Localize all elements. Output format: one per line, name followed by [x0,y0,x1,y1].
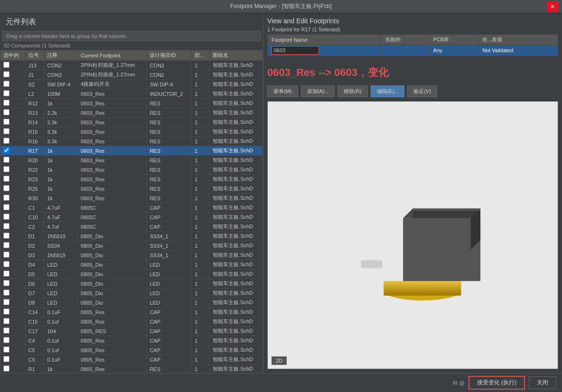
table-row[interactable]: C90.1uF0805_ResCAP1智能车主板.SchD [0,355,263,364]
row-checkbox[interactable] [3,242,9,248]
validate-button[interactable]: 验证(V) [407,85,437,97]
table-row[interactable]: D8LED0805_DioLED1智能车主板.SchD [0,298,263,308]
table-row[interactable]: C24.7uf0805CCAP1智能车主板.SchD [0,222,263,232]
row-checkbox[interactable] [3,100,9,106]
component-count: 92 Components (1 Selected) [0,41,263,50]
title-bar: Footprint Manager - [智能车主板.PrjPcb] ✕ [0,0,562,13]
col-sheet[interactable]: 图纸名 [210,50,263,61]
action-buttons: 菜单(M) 添加(A)... 移除(R) 编辑(E)... 验证(V) [267,85,558,97]
fp-current-cell [381,45,429,56]
add-button[interactable]: 添加(A)... [301,85,335,97]
table-row[interactable]: S2SW DIP-44路拨码开关SW DIP-41智能车主板.SchD [0,80,263,89]
row-checkbox[interactable] [3,327,9,334]
row-checkbox[interactable] [3,138,9,144]
component-table-container[interactable]: 选中的 位号 注释 Current Footprint 设计项目ID 部... … [0,50,263,373]
left-panel: 元件列表 Drag a column header here to group … [0,13,263,373]
table-row[interactable]: C171040805_RESCAP1智能车主板.SchD [0,327,263,336]
row-checkbox[interactable] [3,365,9,372]
preview-svg [268,102,558,369]
table-row[interactable]: R143.3k0603_ResRES1智能车主板.SchD [0,118,263,127]
table-row[interactable]: J13CON22PIN杜邦插座_1.27mmCON21智能车主板.SchD [0,61,263,70]
table-row[interactable]: C150.1uf0805_ResCAP1智能车主板.SchD [0,317,263,327]
table-row[interactable]: R251k0603_ResRES1智能车主板.SchD [0,184,263,194]
col-ref[interactable]: 位号 [25,50,44,61]
table-row[interactable]: C40.1uf0805_ResCAP1智能车主板.SchD [0,336,263,345]
table-row[interactable]: D7LED0805_DioLED1智能车主板.SchD [0,289,263,298]
row-checkbox[interactable] [3,299,9,305]
right-panel: View and Edit Footprints 1 Footprint for… [263,13,562,373]
row-checkbox[interactable] [3,252,9,258]
row-checkbox[interactable] [3,261,9,267]
row-checkbox[interactable] [3,346,9,353]
row-checkbox[interactable] [3,119,9,125]
row-checkbox[interactable] [3,62,9,68]
table-row[interactable]: R132.2k0603_ResRES1智能车主板.SchD [0,108,263,118]
table-row[interactable]: R301k0603_ResRES1智能车主板.SchD [0,194,263,203]
table-row[interactable]: R153.3k0603_ResRES1智能车主板.SchD [0,127,263,137]
row-checkbox[interactable] [3,271,9,277]
row-checkbox[interactable] [3,176,9,182]
preview-2d-button[interactable]: 2D [272,356,287,365]
menu-button[interactable]: 菜单(M) [267,85,298,97]
row-checkbox[interactable] [3,356,9,362]
row-checkbox[interactable] [3,223,9,229]
table-row[interactable]: C50.1uf0805_ResCAP1智能车主板.SchD [0,345,263,355]
fp-name-input[interactable] [272,46,319,55]
fp-name-cell[interactable] [268,45,381,56]
row-checkbox[interactable] [3,147,9,153]
table-row[interactable]: R201k0603_ResRES1智能车主板.SchD [0,156,263,165]
row-checkbox[interactable] [3,185,9,191]
row-checkbox[interactable] [3,308,9,315]
table-row[interactable]: D5LED0805_DioLED1智能车主板.SchD [0,270,263,279]
row-checkbox[interactable] [3,289,9,296]
col-value[interactable]: 注释 [44,50,78,61]
row-checkbox[interactable] [3,90,9,96]
component-table: 选中的 位号 注释 Current Footprint 设计项目ID 部... … [0,50,263,373]
table-row[interactable]: D6LED0805_DioLED1智能车主板.SchD [0,279,263,289]
table-row[interactable]: L2100M0603_ResINDUCTOR_21智能车主板.SchD [0,89,263,99]
row-checkbox[interactable] [3,81,9,87]
col-selected[interactable]: 选中的 [0,50,26,61]
row-checkbox[interactable] [3,337,9,343]
row-checkbox[interactable] [3,157,9,163]
table-row[interactable]: R231k0603_ResRES1智能车主板.SchD [0,175,263,184]
row-checkbox[interactable] [3,204,9,210]
table-row[interactable]: R221k0603_ResRES1智能车主板.SchD [0,165,263,175]
main-content: 元件列表 Drag a column header here to group … [0,13,562,373]
close-button-bottom[interactable]: 关闭 [529,376,556,389]
fp-col-found: 在...发现 [478,35,558,45]
table-row[interactable]: R11k0805_ResRES1智能车主板.SchD [0,364,263,373]
row-checkbox[interactable] [3,128,9,134]
close-button[interactable]: ✕ [547,1,558,12]
table-row[interactable]: J1CON22PIN杜邦插座_1.27mmCON21智能车主板.SchD [0,70,263,80]
edit-button[interactable]: 编辑(E)... [371,85,405,97]
row-checkbox[interactable] [3,166,9,172]
row-checkbox[interactable] [3,195,9,201]
table-header: 选中的 位号 注释 Current Footprint 设计项目ID 部... … [0,50,263,61]
table-row[interactable]: R163.3k0603_ResRES1智能车主板.SchD [0,137,263,146]
row-checkbox[interactable] [3,280,9,286]
svg-rect-4 [384,281,461,296]
table-row[interactable]: D11N58190805_DioSS34_11智能车主板.SchD [0,232,263,241]
row-checkbox[interactable] [3,214,9,220]
table-row[interactable]: C14.7uF0805CCAP1智能车主板.SchD [0,203,263,213]
col-footprint[interactable]: Current Footprint [78,50,147,61]
fp-col-pcblib: PCB库 [429,35,478,45]
row-checkbox[interactable] [3,71,9,77]
table-row[interactable]: C140.1uF0805_ResCAP1智能车主板.SchD [0,308,263,317]
fp-found-cell: Not Validated [478,45,558,56]
row-checkbox[interactable] [3,109,9,115]
row-checkbox[interactable] [3,318,9,324]
col-designid[interactable]: 设计项目ID [147,50,192,61]
footprint-row[interactable]: Any Not Validated [268,45,558,56]
table-row[interactable]: C104.7uF0805CCAP1智能车主板.SchD [0,213,263,222]
row-checkbox[interactable] [3,233,9,239]
table-row[interactable]: R171k0603_ResRES1智能车主板.SchD [0,146,263,156]
table-row[interactable]: R121k0603_ResRES1智能车主板.SchD [0,99,263,108]
table-row[interactable]: D31N58190805_DioSS34_11智能车主板.SchD [0,251,263,260]
accept-changes-button[interactable]: 接受变化 (执行) [468,376,525,390]
col-part[interactable]: 部... [192,50,210,61]
remove-button[interactable]: 移除(R) [337,85,367,97]
table-row[interactable]: D4LED0805_DioLED1智能车主板.SchD [0,260,263,270]
table-row[interactable]: D2SS340805_DioSS34_11智能车主板.SchD [0,241,263,251]
